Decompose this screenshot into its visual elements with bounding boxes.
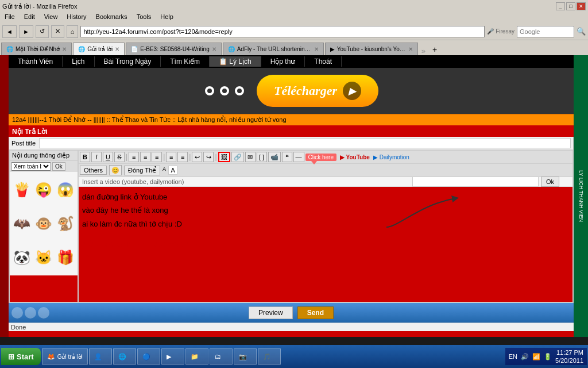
editor-area: Nội dung thông điệp Xem toàn bộ Ok 🍟 😜 😱… xyxy=(9,150,574,303)
preview-button[interactable]: Preview xyxy=(249,306,293,319)
nav-bai-trong-ngay[interactable]: Bài Trong Ngày xyxy=(95,56,161,67)
tab-scroll-right[interactable]: » xyxy=(419,47,428,55)
firefox-icon: 🦊 xyxy=(47,353,55,361)
tab-close-icon[interactable]: ✕ xyxy=(62,46,67,52)
post-title-input[interactable] xyxy=(39,138,571,148)
menu-file[interactable]: File xyxy=(0,13,20,23)
warning-line-2: TỚ xyxy=(82,251,569,264)
right-sidebar-banner[interactable]: LY LICH THANH VIEN xyxy=(574,55,588,337)
smiley-monkey[interactable]: 🐵 xyxy=(34,208,53,240)
strikethrough-button[interactable]: S xyxy=(114,152,125,162)
menu-view[interactable]: View xyxy=(40,13,63,23)
menu-help[interactable]: Help xyxy=(156,13,178,23)
align-left-button[interactable]: ≡ xyxy=(129,152,139,162)
tab-writing[interactable]: 📄 E-BE3: SE0568-U4-Writing ✕ xyxy=(126,43,221,55)
undo-button[interactable]: ↩ xyxy=(192,152,202,162)
tab-youtube[interactable]: ▶ YouTube - kiusunbn's YouTube ✕ xyxy=(325,43,418,55)
taskbar-globe[interactable]: 🌐 xyxy=(113,348,136,365)
send-button[interactable]: Send xyxy=(297,306,334,319)
smiley-scared[interactable]: 😱 xyxy=(56,174,75,206)
ad-banner: Télécharger ▶ xyxy=(9,68,574,114)
volume-icon[interactable]: 🔊 xyxy=(521,353,529,361)
google-search[interactable] xyxy=(517,26,574,37)
tab-adfly[interactable]: 🌐 AdFly - The URL shortening servic... ✕ xyxy=(223,43,324,55)
smiley-bat[interactable]: 🦇 xyxy=(12,208,32,240)
align-center-button[interactable]: ≡ xyxy=(140,152,150,162)
start-button[interactable]: ⊞ Start xyxy=(1,348,41,365)
smiley-cat[interactable]: 🐱 xyxy=(34,241,53,273)
maximize-button[interactable]: □ xyxy=(566,2,575,10)
smiley-face[interactable]: 😜 xyxy=(34,174,53,206)
smiley-gift[interactable]: 🎁 xyxy=(56,241,75,273)
smiley-button[interactable]: 😊 xyxy=(109,165,122,175)
email-button[interactable]: ✉ xyxy=(245,152,256,162)
tab-gui-tra-loi[interactable]: 🌐 Gửi trả lời ✕ xyxy=(73,43,125,55)
telecharger-button[interactable]: Télécharger ▶ xyxy=(257,75,378,107)
stop-button[interactable]: ✕ xyxy=(51,25,64,38)
menu-tools[interactable]: Tools xyxy=(132,13,156,23)
dong-the-button[interactable]: Đóng Thể xyxy=(124,166,160,175)
italic-button[interactable]: I xyxy=(91,152,102,162)
taskbar-avatar[interactable]: 👤 xyxy=(89,348,112,365)
bold-button[interactable]: B xyxy=(80,152,90,162)
video-ok-button[interactable]: Ok xyxy=(541,177,559,187)
nav-ly-lich[interactable]: 📋 Lý Lịch xyxy=(210,56,261,67)
image-button[interactable]: 🖼 xyxy=(218,152,230,162)
taskbar-folder2[interactable]: 🗂 xyxy=(210,348,233,365)
taskbar-folder[interactable]: 📁 xyxy=(185,348,208,365)
close-button[interactable]: ✕ xyxy=(577,2,586,10)
taskbar-firefox[interactable]: 🦊 Gửi trả lời xyxy=(42,348,88,365)
others-button[interactable]: Others xyxy=(80,166,107,175)
system-clock[interactable]: 11:27 PM 5/20/2011 xyxy=(555,348,583,365)
tab-close-icon[interactable]: ✕ xyxy=(314,46,319,52)
tab-close-icon[interactable]: ✕ xyxy=(408,46,413,52)
back-button[interactable]: ◄ xyxy=(2,25,17,38)
taskbar-ie[interactable]: 🔵 xyxy=(137,348,160,365)
font-size-input[interactable] xyxy=(168,166,177,175)
smiley-select[interactable]: Xem toàn bộ xyxy=(11,162,51,171)
nav-thanh-vien[interactable]: Thành Viên xyxy=(9,56,63,67)
left-strip xyxy=(0,55,9,337)
taskbar-camera[interactable]: 📷 xyxy=(234,348,257,365)
link-button[interactable]: 🔗 xyxy=(231,152,244,162)
title-bar: Gửi trả lời - Mozilla Firefox _ □ ✕ xyxy=(0,0,588,13)
video-url-input[interactable] xyxy=(412,177,539,187)
tab-mot-thoi[interactable]: 🌐 Một Thời Để Nhớ ✕ xyxy=(1,43,72,55)
taskbar-media[interactable]: 🎵 xyxy=(258,348,281,365)
underline-button[interactable]: U xyxy=(103,152,113,162)
tab-close-icon[interactable]: ✕ xyxy=(212,46,216,52)
home-button[interactable]: ⌂ xyxy=(67,25,79,38)
system-tray: EN 🔊 📶 🔋 11:27 PM 5/20/2011 xyxy=(505,348,587,365)
list-button[interactable]: ≡ xyxy=(166,152,176,162)
reload-button[interactable]: ↺ xyxy=(36,25,49,38)
search-icon[interactable]: 🔍 xyxy=(577,27,586,36)
editor-body[interactable]: dán đường link ở Youtube vào đây he he t… xyxy=(79,187,572,302)
tab-close-icon[interactable]: ✕ xyxy=(115,46,119,52)
list2-button[interactable]: ≡ xyxy=(177,152,188,162)
smiley-ok-button[interactable]: Ok xyxy=(52,162,65,171)
menu-bookmarks[interactable]: Bookmarks xyxy=(91,13,132,23)
url-bar[interactable] xyxy=(80,26,485,37)
quote-button[interactable]: ❝ xyxy=(282,152,292,162)
code-button[interactable]: [ ] xyxy=(257,152,267,162)
new-tab-button[interactable]: + xyxy=(429,44,440,55)
forward-button[interactable]: ► xyxy=(19,25,33,38)
smiley-panel: Nội dung thông điệp Xem toàn bộ Ok 🍟 😜 😱… xyxy=(9,150,78,302)
warning-text: ĐÙA VẬY CHỨ KO LÀM ĐC CỨ KIU TỚ xyxy=(82,237,569,264)
menu-history[interactable]: History xyxy=(62,13,91,23)
smiley-panda[interactable]: 🐼 xyxy=(12,241,32,273)
nav-hop-thu[interactable]: Hộp thư xyxy=(261,56,305,67)
hr-button[interactable]: — xyxy=(293,152,304,162)
nav-lich[interactable]: Lịch xyxy=(63,56,94,67)
separator3: | xyxy=(189,153,191,161)
menu-edit[interactable]: Edit xyxy=(20,13,40,23)
taskbar-music[interactable]: ▶ xyxy=(161,348,184,365)
smiley-monkey2[interactable]: 🐒 xyxy=(56,208,75,240)
align-right-button[interactable]: ≡ xyxy=(152,152,162,162)
minimize-button[interactable]: _ xyxy=(556,2,565,10)
smiley-chips[interactable]: 🍟 xyxy=(12,174,32,206)
nav-tim-kiem[interactable]: Tìm Kiếm xyxy=(161,56,210,67)
redo-button[interactable]: ↪ xyxy=(203,152,214,162)
video-button[interactable]: 📹 xyxy=(268,152,281,162)
nav-thoat[interactable]: Thoát xyxy=(305,56,342,67)
